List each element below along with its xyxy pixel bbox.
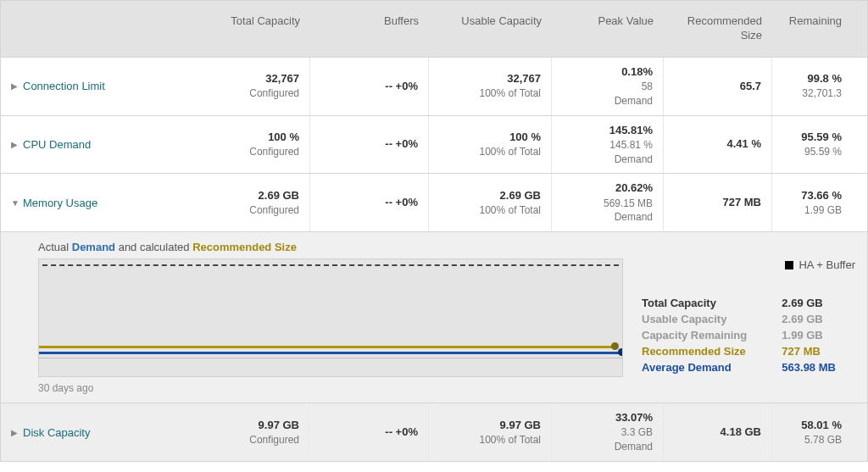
row-connection-limit[interactable]: ▶ Connection Limit 32,767 Configured -- …	[1, 58, 867, 116]
row-label-text: Memory Usage	[23, 197, 97, 209]
row-label-memory-usage[interactable]: ▼ Memory Usage	[1, 174, 120, 231]
stat-average-demand-k: Average Demand	[642, 361, 766, 374]
peak-sub: Demand	[555, 440, 653, 454]
row-label-text: Disk Capacity	[23, 426, 90, 439]
peak-sub: Demand	[555, 94, 653, 108]
usable-value: 32,767	[432, 71, 541, 86]
total-value: 2.69 GB	[123, 188, 299, 203]
remaining-val: 1.99 GB	[776, 203, 842, 218]
chevron-down-icon: ▼	[11, 198, 19, 208]
peak-val: 145.81 %	[555, 138, 653, 153]
remaining-val: 95.59 %	[776, 145, 842, 159]
stat-capacity-remaining-k: Capacity Remaining	[642, 329, 766, 342]
remaining-pct: 73.66 %	[776, 188, 842, 203]
stat-recommended-size-v: 727 MB	[782, 345, 855, 358]
demand-end-dot-icon	[618, 348, 623, 356]
remaining-pct: 95.59 %	[776, 130, 842, 145]
chevron-right-icon: ▶	[11, 428, 19, 437]
remaining-pct: 99.8 %	[776, 71, 842, 86]
header-buffers: Buffers	[314, 14, 419, 29]
peak-pct: 33.07%	[555, 410, 653, 425]
total-sub: Configured	[123, 145, 299, 159]
header-recommended-size-l2: Size	[667, 29, 762, 43]
peak-val: 569.15 MB	[555, 197, 653, 211]
baseline-grey-line	[39, 358, 622, 358]
total-sub: Configured	[123, 86, 299, 101]
legend-ha-buffer: HA + Buffer	[642, 258, 855, 271]
title-mid: and calculated	[115, 241, 192, 253]
buffers-value: -- +0%	[314, 425, 418, 440]
recommended-value: 727 MB	[667, 195, 761, 210]
ha-buffer-line	[42, 264, 619, 266]
header-usable-capacity: Usable Capacity	[432, 14, 542, 29]
remaining-pct: 58.01 %	[776, 418, 842, 433]
header-remaining: Remaining	[776, 14, 842, 29]
usable-sub: 100% of Total	[432, 86, 541, 101]
total-sub: Configured	[123, 433, 299, 447]
buffers-value: -- +0%	[314, 195, 418, 210]
peak-sub: Demand	[555, 210, 653, 225]
total-sub: Configured	[123, 203, 299, 218]
legend-square-icon	[785, 261, 793, 269]
stat-total-capacity-k: Total Capacity	[642, 297, 766, 309]
total-value: 32,767	[123, 71, 299, 86]
chevron-right-icon: ▶	[11, 140, 19, 149]
remaining-val: 5.78 GB	[776, 433, 842, 447]
chart-x-caption: 30 days ago	[38, 382, 623, 394]
recommended-value: 4.18 GB	[667, 425, 761, 440]
stat-recommended-size-k: Recommended Size	[642, 345, 766, 358]
row-memory-usage[interactable]: ▼ Memory Usage 2.69 GB Configured -- +0%…	[1, 174, 867, 232]
row-disk-capacity[interactable]: ▶ Disk Capacity 9.97 GB Configured -- +0…	[1, 403, 867, 461]
row-label-text: CPU Demand	[23, 138, 91, 151]
header-recommended-size-l1: Recommended	[667, 14, 762, 29]
buffers-value: -- +0%	[314, 136, 418, 152]
usable-value: 9.97 GB	[432, 418, 541, 433]
stat-total-capacity-v: 2.69 GB	[782, 297, 855, 309]
usable-sub: 100% of Total	[432, 145, 541, 159]
header-total-capacity: Total Capacity	[123, 14, 300, 29]
row-label-cpu-demand[interactable]: ▶ CPU Demand	[1, 116, 120, 174]
legend-stats: Total Capacity 2.69 GB Usable Capacity 2…	[642, 297, 855, 374]
usable-sub: 100% of Total	[432, 433, 541, 447]
row-label-connection-limit[interactable]: ▶ Connection Limit	[1, 58, 120, 115]
usable-value: 2.69 GB	[432, 188, 541, 203]
recommended-value: 65.7	[667, 79, 761, 94]
total-value: 100 %	[123, 130, 299, 145]
memory-usage-detail-panel: Actual Demand and calculated Recommended…	[1, 232, 867, 403]
peak-val: 58	[555, 80, 653, 94]
capacity-table: Total Capacity Buffers Usable Capacity P…	[0, 0, 868, 462]
usable-sub: 100% of Total	[432, 203, 541, 218]
title-demand: Demand	[72, 241, 115, 253]
peak-pct: 145.81%	[555, 123, 653, 138]
title-recsize: Recommended Size	[192, 241, 297, 253]
chevron-right-icon: ▶	[11, 81, 19, 91]
remaining-val: 32,701.3	[776, 86, 842, 101]
recommended-size-line	[39, 346, 615, 348]
recommended-value: 4.41 %	[667, 136, 761, 152]
row-label-text: Connection Limit	[23, 80, 105, 92]
stat-capacity-remaining-v: 1.99 GB	[782, 329, 855, 342]
peak-val: 3.3 GB	[555, 425, 653, 440]
table-header-row: Total Capacity Buffers Usable Capacity P…	[1, 1, 867, 58]
header-peak-value: Peak Value	[555, 14, 654, 29]
row-label-disk-capacity[interactable]: ▶ Disk Capacity	[1, 403, 120, 461]
total-value: 9.97 GB	[123, 418, 299, 433]
recommended-end-dot-icon	[611, 342, 619, 350]
chart-title: Actual Demand and calculated Recommended…	[38, 241, 855, 253]
peak-pct: 0.18%	[555, 64, 653, 80]
buffers-value: -- +0%	[314, 79, 418, 94]
average-demand-line	[39, 352, 622, 354]
stat-average-demand-v: 563.98 MB	[782, 361, 855, 374]
memory-usage-chart	[38, 258, 623, 377]
usable-value: 100 %	[432, 130, 541, 145]
stat-usable-capacity-k: Usable Capacity	[642, 313, 766, 325]
title-prefix: Actual	[38, 241, 72, 253]
peak-sub: Demand	[555, 153, 653, 167]
stat-usable-capacity-v: 2.69 GB	[782, 313, 855, 325]
peak-pct: 20.62%	[555, 180, 653, 196]
row-cpu-demand[interactable]: ▶ CPU Demand 100 % Configured -- +0% 100…	[1, 116, 867, 175]
legend-ha-text: HA + Buffer	[798, 258, 855, 271]
